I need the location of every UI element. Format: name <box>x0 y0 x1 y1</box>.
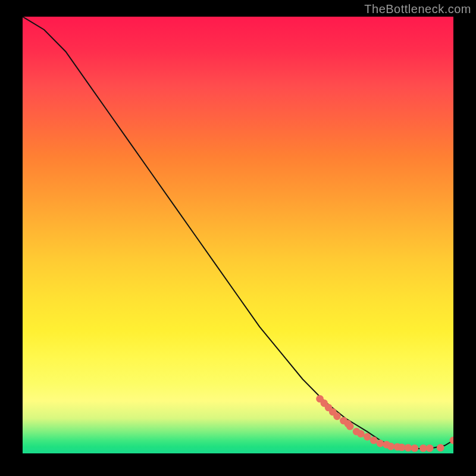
data-dot <box>405 444 412 452</box>
watermark-text: TheBottleneck.com <box>364 2 471 16</box>
curve-line <box>23 17 453 449</box>
data-dot <box>419 444 427 452</box>
data-dot <box>411 444 419 452</box>
data-dot <box>333 412 341 420</box>
data-dot <box>437 444 444 452</box>
data-dot <box>357 430 365 438</box>
data-dot <box>387 443 395 450</box>
chart-svg <box>23 17 453 453</box>
data-dot <box>370 437 378 444</box>
data-dot <box>346 422 354 430</box>
data-dot <box>426 444 434 452</box>
data-dot <box>398 443 406 451</box>
data-dot <box>377 440 384 447</box>
data-dot <box>364 433 371 441</box>
chart-plot-area <box>23 17 453 453</box>
